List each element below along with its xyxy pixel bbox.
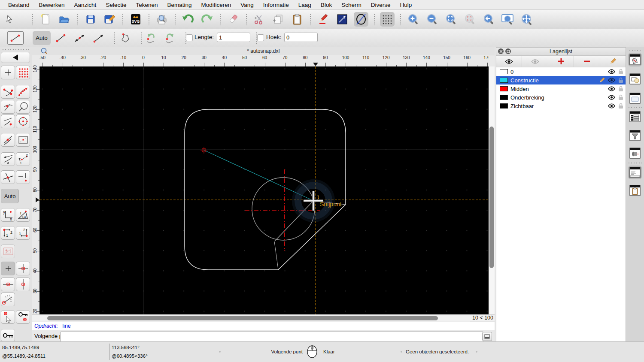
undo-segment-button[interactable] bbox=[143, 31, 160, 45]
zoom-auto-button[interactable] bbox=[444, 12, 459, 27]
length-checkbox[interactable] bbox=[186, 34, 193, 41]
command-input[interactable] bbox=[60, 332, 483, 342]
pen-tool-button[interactable] bbox=[316, 12, 331, 27]
menu-laag[interactable]: Laag bbox=[294, 2, 316, 8]
redo-button[interactable] bbox=[200, 12, 214, 27]
line-two-points-button[interactable] bbox=[7, 31, 24, 45]
layer-lock-toggle[interactable] bbox=[616, 86, 626, 92]
dock-filter-panel-button[interactable] bbox=[628, 129, 642, 142]
snap-middle-button[interactable] bbox=[16, 133, 30, 147]
zoom-out-button[interactable] bbox=[425, 12, 440, 27]
menu-modificeren[interactable]: Modificeren bbox=[197, 2, 236, 8]
save-button[interactable] bbox=[83, 12, 98, 27]
line-both-directions-button[interactable] bbox=[71, 31, 88, 45]
palette-drag-handle[interactable] bbox=[2, 48, 29, 50]
angle-input[interactable] bbox=[284, 33, 318, 42]
snap-on-entity-button[interactable] bbox=[16, 85, 30, 99]
restrict-intersection-button[interactable] bbox=[1, 170, 15, 184]
dock-entity-list-button[interactable] bbox=[628, 110, 642, 124]
layer-row-onderbreking[interactable]: Onderbreking bbox=[496, 93, 626, 102]
set-relative-zero-button[interactable] bbox=[1, 310, 15, 324]
menu-informatie[interactable]: Informatie bbox=[258, 2, 294, 8]
restrict-image-button[interactable] bbox=[1, 244, 15, 258]
grid-toggle-button[interactable] bbox=[380, 12, 395, 27]
menu-bewerken[interactable]: Bewerken bbox=[34, 2, 70, 8]
menu-blok[interactable]: Blok bbox=[316, 2, 337, 8]
vertical-scrollbar[interactable] bbox=[489, 66, 495, 314]
cut-button[interactable] bbox=[252, 12, 267, 27]
menu-selectie[interactable]: Selectie bbox=[101, 2, 131, 8]
snap-intersection-auto-button[interactable] bbox=[1, 100, 15, 114]
dock-layer-panel-button[interactable] bbox=[628, 53, 642, 66]
new-document-button[interactable] bbox=[38, 12, 53, 27]
lock-relative-zero-button[interactable] bbox=[16, 310, 30, 324]
print-preview-button[interactable] bbox=[155, 12, 169, 27]
layer-lock-toggle[interactable] bbox=[616, 69, 626, 75]
restrict-orthogonal-button[interactable] bbox=[16, 262, 30, 275]
layer-row-midden[interactable]: Midden bbox=[496, 84, 626, 93]
layer-lock-toggle[interactable] bbox=[616, 77, 626, 83]
zoom-window-button[interactable] bbox=[501, 12, 515, 27]
coordinate-polar-button[interactable]: ra bbox=[16, 208, 30, 222]
layer-row-0[interactable]: 0 bbox=[496, 67, 626, 76]
copy-button[interactable] bbox=[271, 12, 286, 27]
add-layer-button[interactable] bbox=[548, 56, 574, 67]
menu-scherm[interactable]: Scherm bbox=[337, 2, 366, 8]
save-as-button[interactable] bbox=[102, 12, 117, 27]
menu-tekenen[interactable]: Tekenen bbox=[131, 2, 162, 8]
layer-visibility-toggle[interactable] bbox=[607, 69, 616, 74]
relative-point-2-button[interactable]: 12 bbox=[16, 226, 30, 240]
hide-all-layers-button[interactable] bbox=[522, 56, 548, 67]
coordinate-xy-button[interactable]: yx bbox=[1, 208, 15, 222]
zoom-previous-button[interactable] bbox=[482, 12, 496, 27]
redo-segment-button[interactable] bbox=[161, 31, 179, 45]
restrict-horizontal-button[interactable] bbox=[1, 278, 15, 291]
layer-visibility-toggle[interactable] bbox=[607, 95, 616, 100]
segment-mode-button[interactable] bbox=[52, 31, 70, 45]
show-all-layers-button[interactable] bbox=[496, 56, 522, 67]
menu-bemating[interactable]: Bemating bbox=[162, 2, 196, 8]
layer-lock-toggle[interactable] bbox=[616, 94, 626, 100]
dock-command-widget-button[interactable] bbox=[628, 146, 642, 160]
edit-layer-button[interactable] bbox=[600, 56, 626, 67]
dock-library-panel-button[interactable] bbox=[628, 91, 642, 105]
layer-row-constructie[interactable]: Constructie bbox=[496, 76, 626, 84]
menu-vang[interactable]: Vang bbox=[236, 2, 258, 8]
restrict-intersection-manual-button[interactable] bbox=[16, 170, 30, 184]
panel-float-button[interactable] bbox=[505, 48, 511, 54]
paste-button[interactable] bbox=[290, 12, 304, 27]
horizontal-scrollbar[interactable] bbox=[32, 314, 470, 322]
restrict-vertical-button[interactable] bbox=[16, 278, 30, 291]
dock-drag-handle[interactable] bbox=[629, 49, 641, 51]
panel-close-button[interactable] bbox=[498, 48, 504, 54]
snap-grid-button[interactable] bbox=[16, 66, 30, 79]
dock-block-panel-button[interactable] bbox=[628, 72, 642, 86]
menu-diverse[interactable]: Diverse bbox=[366, 2, 395, 8]
horizontal-scrollbar-thumb[interactable] bbox=[47, 316, 438, 320]
export-svg-button[interactable]: SVG bbox=[128, 12, 143, 27]
palette-back-button[interactable] bbox=[1, 52, 30, 63]
auto-mode-button[interactable]: Auto bbox=[33, 31, 51, 45]
zoom-in-button[interactable] bbox=[406, 12, 421, 27]
ray-mode-button[interactable] bbox=[90, 31, 107, 45]
snap-tangent-button[interactable] bbox=[1, 133, 15, 147]
layer-visibility-toggle[interactable] bbox=[607, 103, 616, 109]
layer-visibility-toggle[interactable] bbox=[607, 86, 616, 91]
line-category-button[interactable] bbox=[335, 12, 349, 27]
snap-free-button[interactable] bbox=[1, 66, 15, 79]
menu-hulp[interactable]: Hulp bbox=[395, 2, 416, 8]
snap-center-button[interactable] bbox=[16, 115, 30, 128]
restrict-nothing-button[interactable] bbox=[1, 262, 15, 275]
snap-endpoint-button[interactable] bbox=[1, 85, 15, 99]
snap-nearest-button[interactable] bbox=[1, 115, 15, 128]
select-tool-button[interactable] bbox=[2, 12, 17, 27]
snap-distance-button[interactable] bbox=[1, 152, 15, 166]
relative-point-1-button[interactable]: 12 bbox=[1, 226, 15, 240]
menu-aanzicht[interactable]: Aanzicht bbox=[70, 2, 101, 8]
remove-layer-button[interactable] bbox=[574, 56, 600, 67]
vertical-scrollbar-thumb[interactable] bbox=[489, 127, 494, 268]
document-titlebar[interactable]: * autosnap.dxf bbox=[32, 47, 495, 55]
command-options-button[interactable] bbox=[482, 332, 492, 341]
open-file-button[interactable] bbox=[57, 12, 72, 27]
menu-bestand[interactable]: Bestand bbox=[3, 2, 34, 8]
